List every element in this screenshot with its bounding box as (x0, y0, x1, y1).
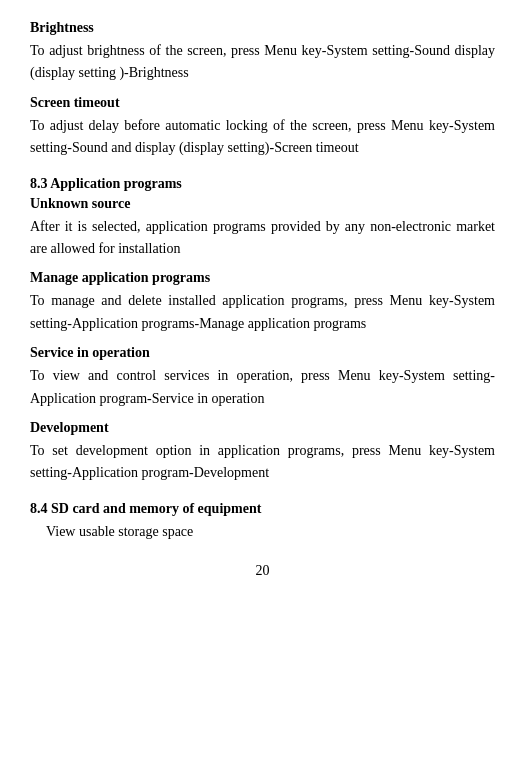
manage-app-body: To manage and delete installed applicati… (30, 290, 495, 335)
service-operation-body: To view and control services in operatio… (30, 365, 495, 410)
development-body: To set development option in application… (30, 440, 495, 485)
screen-timeout-body: To adjust delay before automatic locking… (30, 115, 495, 160)
manage-app-heading: Manage application programs (30, 270, 495, 286)
sd-card-heading: 8.4 SD card and memory of equipment (30, 501, 495, 517)
service-operation-heading: Service in operation (30, 345, 495, 361)
brightness-body: To adjust brightness of the screen, pres… (30, 40, 495, 85)
view-storage-body: View usable storage space (30, 521, 495, 543)
page-number: 20 (30, 563, 495, 579)
unknown-source-heading: Unknown source (30, 196, 495, 212)
app-programs-heading: 8.3 Application programs (30, 176, 495, 192)
unknown-source-body: After it is selected, application progra… (30, 216, 495, 261)
screen-timeout-heading: Screen timeout (30, 95, 495, 111)
brightness-heading: Brightness (30, 20, 495, 36)
development-heading: Development (30, 420, 495, 436)
